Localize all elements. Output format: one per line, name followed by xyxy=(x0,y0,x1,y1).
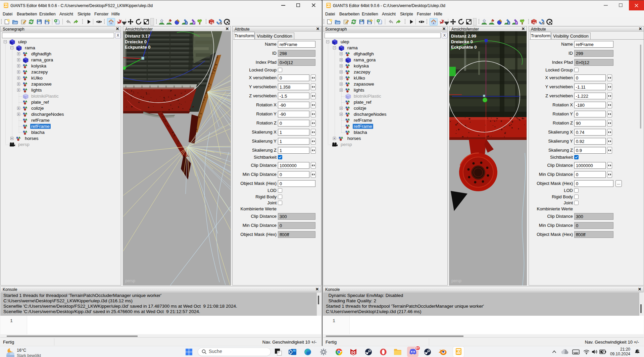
svg-text:6: 6 xyxy=(186,21,187,24)
svg-text:P: P xyxy=(515,21,517,24)
svg-text:A: A xyxy=(210,21,212,24)
svg-text:B: B xyxy=(535,22,536,24)
svg-text:6: 6 xyxy=(508,21,509,24)
svg-text:z: z xyxy=(639,349,640,351)
svg-text:P: P xyxy=(193,21,195,24)
svg-text:B: B xyxy=(212,22,214,24)
svg-text:A: A xyxy=(533,21,534,24)
